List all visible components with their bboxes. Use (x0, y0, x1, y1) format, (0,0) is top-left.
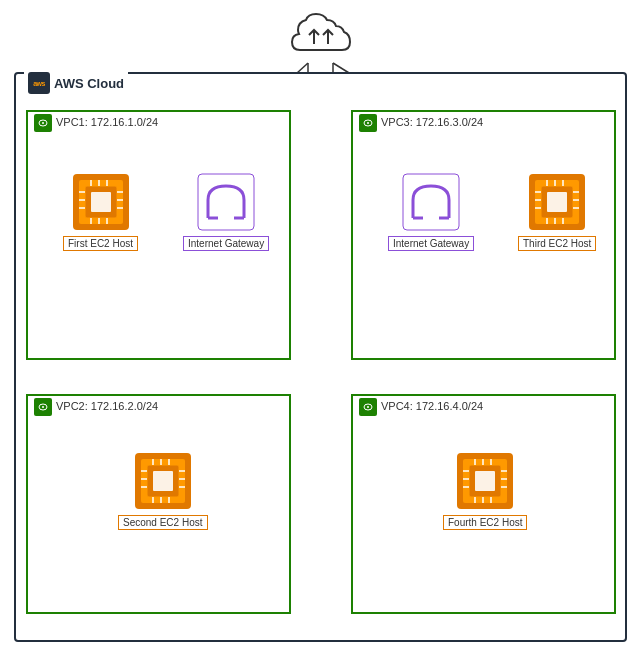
vpc1-icon (34, 114, 52, 132)
third-ec2-wrapper: Third EC2 Host (518, 172, 596, 251)
vpc3-icon (359, 114, 377, 132)
first-ec2-icon (71, 172, 131, 232)
igw2-wrapper: Internet Gateway (388, 172, 474, 251)
svg-rect-35 (547, 192, 567, 212)
igw1-icon (196, 172, 256, 232)
vpc3-label: VPC3: 172.16.3.0/24 (381, 116, 483, 128)
vpc2-box: VPC2: 172.16.2.0/24 Secon (26, 394, 291, 614)
second-ec2-label: Second EC2 Host (118, 515, 208, 530)
first-ec2-label: First EC2 Host (63, 236, 138, 251)
svg-point-28 (367, 122, 369, 124)
fourth-ec2-label: Fourth EC2 Host (443, 515, 527, 530)
svg-point-48 (42, 406, 44, 408)
aws-cloud-text: AWS Cloud (54, 76, 124, 91)
igw2-label: Internet Gateway (388, 236, 474, 251)
igw1-label: Internet Gateway (183, 236, 269, 251)
aws-cloud-label: aws AWS Cloud (24, 72, 128, 94)
vpc3-box: VPC3: 172.16.3.0/24 Internet Gateway (351, 110, 616, 360)
svg-rect-69 (475, 471, 495, 491)
svg-rect-29 (403, 174, 459, 230)
second-ec2-wrapper: Second EC2 Host (118, 451, 208, 530)
third-ec2-icon (527, 172, 587, 232)
cloud-icon (286, 8, 356, 63)
vpc1-box: VPC1: 172.16.1.0/24 First (26, 110, 291, 360)
vpc4-icon (359, 398, 377, 416)
aws-logo-icon: aws (28, 72, 50, 94)
vpc2-label: VPC2: 172.16.2.0/24 (56, 400, 158, 412)
igw1-wrapper: Internet Gateway (183, 172, 269, 251)
svg-point-8 (42, 122, 44, 124)
svg-rect-52 (153, 471, 173, 491)
vpc1-label: VPC1: 172.16.1.0/24 (56, 116, 158, 128)
vpc2-icon (34, 398, 52, 416)
aws-cloud-container: aws AWS Cloud VPC1: 172.16.1.0/24 (14, 72, 627, 642)
svg-rect-12 (91, 192, 111, 212)
vpc4-box: VPC4: 172.16.4.0/24 Fourt (351, 394, 616, 614)
fourth-ec2-wrapper: Fourth EC2 Host (443, 451, 527, 530)
first-ec2-wrapper: First EC2 Host (63, 172, 138, 251)
svg-rect-25 (198, 174, 254, 230)
svg-point-65 (367, 406, 369, 408)
igw2-icon (401, 172, 461, 232)
second-ec2-icon (133, 451, 193, 511)
aws-logo-text: aws (33, 80, 45, 87)
fourth-ec2-icon (455, 451, 515, 511)
vpc4-label: VPC4: 172.16.4.0/24 (381, 400, 483, 412)
third-ec2-label: Third EC2 Host (518, 236, 596, 251)
